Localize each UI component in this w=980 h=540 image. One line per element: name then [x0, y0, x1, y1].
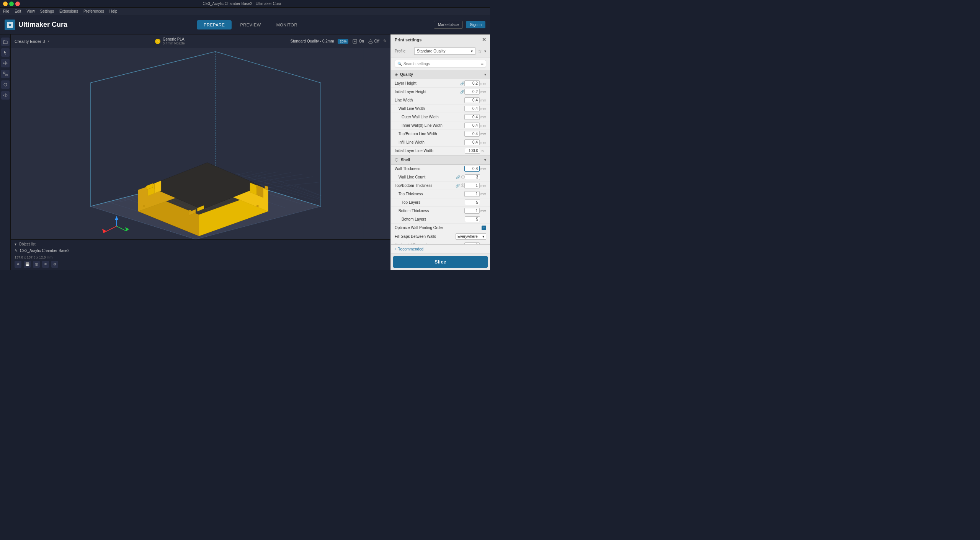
object-dims: 137.8 x 137.8 x 12.0 mm — [15, 255, 387, 259]
setting-row-shell-4: Top Layers — [391, 198, 490, 207]
link-icon-shell-1[interactable]: 🔗 — [456, 175, 460, 179]
printer-chevron[interactable]: ‹ — [48, 39, 49, 43]
mirror-tool[interactable] — [1, 91, 10, 100]
unit-shell-3: mm — [480, 192, 486, 196]
support-label[interactable]: On — [359, 39, 364, 43]
unit-quality-1: mm — [480, 90, 486, 94]
section-icon-shell: ⬡ — [395, 157, 399, 162]
close-panel-button[interactable]: ✕ — [482, 37, 486, 43]
setting-label-quality-0: Layer Height — [395, 81, 460, 85]
select-tool[interactable] — [1, 48, 10, 57]
profile-chevron[interactable]: ▾ — [484, 49, 486, 53]
setting-row-shell-6: Bottom Layers — [391, 215, 490, 224]
signin-button[interactable]: Sign in — [466, 21, 485, 28]
move-tool[interactable] — [1, 59, 10, 67]
adhesion-label[interactable]: Off — [374, 39, 379, 43]
setting-label-quality-4: Outer Wall Line Width — [402, 115, 464, 119]
visible-tool[interactable]: 👁 — [42, 261, 49, 268]
menu-settings[interactable]: Settings — [40, 9, 54, 13]
collapse-icon: ▾ — [15, 242, 16, 246]
dropdown-shell-8[interactable]: Everywhere ▾ — [456, 233, 486, 240]
section-quality[interactable]: ◈ Quality ▾ — [391, 70, 490, 79]
menu-file[interactable]: File — [3, 9, 9, 13]
object-item: ✎ CE3_Acrylic Chamber Base2 — [15, 248, 387, 254]
svg-point-4 — [4, 83, 7, 86]
setting-label-quality-2: Line Width — [395, 98, 464, 102]
viewport[interactable] — [11, 48, 390, 239]
input-quality-4[interactable] — [464, 114, 480, 120]
search-input[interactable] — [403, 62, 480, 66]
favorite-icon[interactable]: ☆ — [478, 49, 482, 54]
window-title: CE3_Acrylic Chamber Base2 - Ultimaker Cu… — [20, 2, 464, 6]
input-quality-8[interactable] — [465, 148, 480, 154]
input-shell-0[interactable] — [464, 166, 480, 172]
setting-label-shell-8: Fill Gaps Between Walls — [395, 234, 456, 239]
menu-extensions[interactable]: Extensions — [59, 9, 78, 13]
input-quality-3[interactable] — [464, 106, 480, 111]
input-shell-1[interactable] — [465, 174, 480, 180]
link-icon-quality-1[interactable]: 🔗 — [460, 90, 464, 94]
input-quality-5[interactable] — [464, 123, 480, 128]
tab-monitor[interactable]: MONITOR — [270, 20, 304, 29]
material-sub: 0.4mm Nozzle — [163, 41, 185, 45]
input-quality-2[interactable] — [464, 97, 480, 103]
panel-header: Print settings ✕ — [391, 34, 490, 45]
chevron-left-icon: ‹ — [395, 247, 396, 251]
setting-row-quality-5: Inner Wall(0) Line Width mm — [391, 121, 490, 130]
setting-row-quality-3: Wall Line Width mm — [391, 105, 490, 113]
input-quality-1[interactable] — [464, 89, 480, 95]
menu-preferences[interactable]: Preferences — [83, 9, 104, 13]
trash-tool[interactable]: 🗑 — [33, 261, 40, 268]
bottom-tools: ⧉ 💾 🗑 👁 ⚙ — [15, 261, 387, 268]
input-shell-3[interactable] — [464, 191, 480, 197]
nav-tabs: PREPARE PREVIEW MONITOR — [197, 20, 304, 29]
marketplace-button[interactable]: Marketplace — [434, 21, 463, 29]
input-quality-7[interactable] — [464, 139, 480, 145]
tab-prepare[interactable]: PREPARE — [197, 20, 232, 29]
info-icon-shell-2[interactable]: ⓘ — [461, 183, 464, 188]
settings-tool[interactable]: ⚙ — [51, 261, 58, 268]
settings-list: ◈ Quality ▾ Layer Height 🔗 mm Initial La… — [391, 70, 490, 244]
printer-name[interactable]: Creality Ender-3 — [15, 39, 45, 44]
input-quality-0[interactable] — [464, 80, 480, 86]
scale-tool[interactable] — [1, 70, 10, 78]
input-shell-4[interactable] — [465, 200, 480, 205]
checkbox-shell-7[interactable]: ✓ — [482, 226, 486, 230]
3d-viewport[interactable] — [11, 48, 390, 239]
minimize-button[interactable] — [3, 2, 8, 6]
recommended-button[interactable]: ‹ Recommended — [391, 244, 490, 254]
input-shell-5[interactable] — [464, 208, 480, 214]
adhesion-toggle: Off — [368, 39, 379, 44]
input-shell-6[interactable] — [465, 216, 480, 222]
maximize-button[interactable] — [9, 2, 14, 6]
setting-row-quality-6: Top/Bottom Line Width mm — [391, 130, 490, 138]
menu-help[interactable]: Help — [109, 9, 118, 13]
setting-row-quality-7: Infill Line Width mm — [391, 138, 490, 147]
profile-select[interactable]: Standard Quality ▾ — [414, 47, 475, 55]
setting-label-shell-3: Top Thickness — [399, 192, 464, 196]
material-info: Generic PLA 0.4mm Nozzle — [155, 37, 185, 45]
section-shell[interactable]: ⬡ Shell ▾ — [391, 155, 490, 165]
setting-row-shell-3: Top Thickness mm — [391, 190, 490, 198]
copy-tool[interactable]: ⧉ — [15, 261, 21, 268]
link-icon-quality-0[interactable]: 🔗 — [460, 82, 464, 85]
rotate-tool[interactable] — [1, 80, 10, 89]
close-button[interactable] — [15, 2, 20, 6]
menu-edit[interactable]: Edit — [15, 9, 21, 13]
slice-button[interactable]: Slice — [393, 256, 488, 268]
open-file-button[interactable] — [1, 38, 10, 46]
object-list-header[interactable]: ▾ Object list — [15, 242, 387, 246]
menu-dots-icon[interactable]: ≡ — [481, 61, 483, 66]
link-icon-shell-2[interactable]: 🔗 — [456, 184, 460, 188]
section-chevron-shell: ▾ — [484, 158, 486, 162]
settings-edit-icon[interactable]: ✎ — [383, 39, 387, 44]
chevron-down-icon: ▾ — [471, 49, 473, 53]
menu-view[interactable]: View — [26, 9, 35, 13]
input-shell-2[interactable] — [464, 183, 480, 188]
input-quality-6[interactable] — [464, 131, 480, 137]
setting-label-quality-7: Infill Line Width — [399, 140, 464, 144]
save-tool[interactable]: 💾 — [24, 261, 31, 268]
unit-quality-3: mm — [480, 107, 486, 111]
info-icon-shell-1[interactable]: ⓘ — [461, 175, 465, 180]
tab-preview[interactable]: PREVIEW — [233, 20, 268, 29]
